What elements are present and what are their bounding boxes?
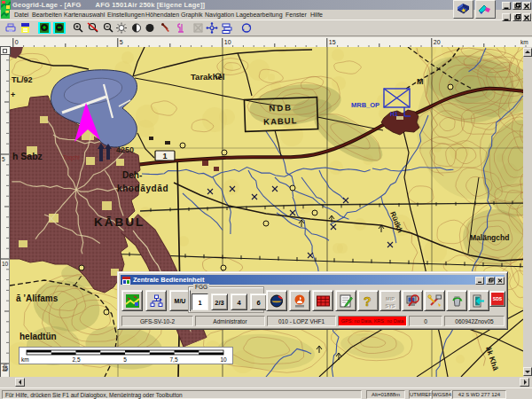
- svg-text:KĀBUL: KĀBUL: [94, 215, 145, 229]
- svg-text:10: 10: [224, 39, 231, 45]
- svg-text:Malängchd: Malängchd: [470, 233, 509, 242]
- svg-text:5: 5: [2, 156, 5, 162]
- svg-text:khodāydād: khodāydād: [117, 184, 168, 193]
- svg-text:10: 10: [2, 261, 9, 267]
- svg-text:?: ?: [364, 294, 372, 309]
- svg-text:1: 1: [162, 152, 167, 160]
- svg-text:km: km: [2, 364, 8, 372]
- svg-text:H1: H1: [390, 111, 398, 117]
- svg-text:Tarakhêl: Tarakhêl: [191, 72, 224, 82]
- svg-text:15: 15: [329, 39, 336, 45]
- svg-text:Toqchi: Toqchi: [63, 154, 80, 161]
- svg-text:5: 5: [123, 356, 127, 363]
- svg-text:KABUL: KABUL: [263, 115, 298, 126]
- svg-text:Deh-: Deh-: [122, 170, 142, 180]
- svg-text:+: +: [11, 90, 15, 99]
- svg-text:2,5: 2,5: [72, 356, 80, 363]
- svg-text:MRB_OP: MRB_OP: [351, 101, 379, 109]
- svg-text:20: 20: [434, 39, 441, 45]
- svg-text:NDB: NDB: [269, 103, 293, 113]
- svg-text:M: M: [417, 77, 424, 86]
- svg-text:4250: 4250: [116, 145, 134, 154]
- svg-text:5: 5: [120, 39, 123, 45]
- svg-text:ā ’Alifams: ā ’Alifams: [16, 293, 59, 303]
- svg-text:km: km: [21, 356, 29, 363]
- svg-text:0: 0: [15, 39, 19, 45]
- svg-text:7,5: 7,5: [169, 356, 177, 363]
- svg-text:TL/92: TL/92: [12, 75, 33, 84]
- svg-text:h Sabz: h Sabz: [12, 151, 43, 161]
- svg-text:10: 10: [220, 356, 227, 363]
- svg-text:km: km: [520, 39, 528, 45]
- svg-text:heladtün: heladtün: [20, 332, 57, 341]
